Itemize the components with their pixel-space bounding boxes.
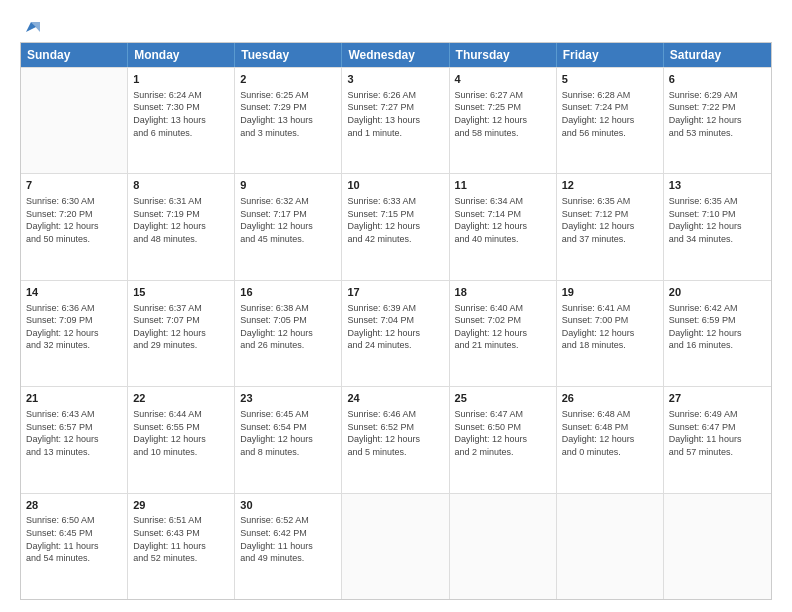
page: SundayMondayTuesdayWednesdayThursdayFrid… xyxy=(0,0,792,612)
cell-date-number: 19 xyxy=(562,285,658,300)
cell-info-text: Sunrise: 6:48 AM Sunset: 6:48 PM Dayligh… xyxy=(562,408,658,458)
cell-date-number: 10 xyxy=(347,178,443,193)
week-row-1: 1Sunrise: 6:24 AM Sunset: 7:30 PM Daylig… xyxy=(21,67,771,173)
cell-date-number: 3 xyxy=(347,72,443,87)
day-cell-10: 10Sunrise: 6:33 AM Sunset: 7:15 PM Dayli… xyxy=(342,174,449,279)
cell-info-text: Sunrise: 6:52 AM Sunset: 6:42 PM Dayligh… xyxy=(240,514,336,564)
cell-info-text: Sunrise: 6:33 AM Sunset: 7:15 PM Dayligh… xyxy=(347,195,443,245)
day-header-monday: Monday xyxy=(128,43,235,67)
day-header-thursday: Thursday xyxy=(450,43,557,67)
day-header-sunday: Sunday xyxy=(21,43,128,67)
cell-info-text: Sunrise: 6:34 AM Sunset: 7:14 PM Dayligh… xyxy=(455,195,551,245)
day-cell-24: 24Sunrise: 6:46 AM Sunset: 6:52 PM Dayli… xyxy=(342,387,449,492)
cell-info-text: Sunrise: 6:35 AM Sunset: 7:12 PM Dayligh… xyxy=(562,195,658,245)
logo xyxy=(20,18,40,32)
cell-date-number: 11 xyxy=(455,178,551,193)
cell-date-number: 23 xyxy=(240,391,336,406)
logo-icon xyxy=(22,18,40,36)
cell-info-text: Sunrise: 6:39 AM Sunset: 7:04 PM Dayligh… xyxy=(347,302,443,352)
day-cell-9: 9Sunrise: 6:32 AM Sunset: 7:17 PM Daylig… xyxy=(235,174,342,279)
day-cell-22: 22Sunrise: 6:44 AM Sunset: 6:55 PM Dayli… xyxy=(128,387,235,492)
week-row-5: 28Sunrise: 6:50 AM Sunset: 6:45 PM Dayli… xyxy=(21,493,771,599)
cell-date-number: 2 xyxy=(240,72,336,87)
calendar-body: 1Sunrise: 6:24 AM Sunset: 7:30 PM Daylig… xyxy=(21,67,771,599)
cell-info-text: Sunrise: 6:44 AM Sunset: 6:55 PM Dayligh… xyxy=(133,408,229,458)
cell-date-number: 22 xyxy=(133,391,229,406)
cell-info-text: Sunrise: 6:24 AM Sunset: 7:30 PM Dayligh… xyxy=(133,89,229,139)
day-header-saturday: Saturday xyxy=(664,43,771,67)
day-cell-11: 11Sunrise: 6:34 AM Sunset: 7:14 PM Dayli… xyxy=(450,174,557,279)
cell-info-text: Sunrise: 6:41 AM Sunset: 7:00 PM Dayligh… xyxy=(562,302,658,352)
day-cell-12: 12Sunrise: 6:35 AM Sunset: 7:12 PM Dayli… xyxy=(557,174,664,279)
day-cell-23: 23Sunrise: 6:45 AM Sunset: 6:54 PM Dayli… xyxy=(235,387,342,492)
day-cell-18: 18Sunrise: 6:40 AM Sunset: 7:02 PM Dayli… xyxy=(450,281,557,386)
day-cell-30: 30Sunrise: 6:52 AM Sunset: 6:42 PM Dayli… xyxy=(235,494,342,599)
day-cell-20: 20Sunrise: 6:42 AM Sunset: 6:59 PM Dayli… xyxy=(664,281,771,386)
cell-date-number: 13 xyxy=(669,178,766,193)
day-cell-25: 25Sunrise: 6:47 AM Sunset: 6:50 PM Dayli… xyxy=(450,387,557,492)
cell-date-number: 1 xyxy=(133,72,229,87)
cell-date-number: 30 xyxy=(240,498,336,513)
cell-info-text: Sunrise: 6:25 AM Sunset: 7:29 PM Dayligh… xyxy=(240,89,336,139)
cell-info-text: Sunrise: 6:50 AM Sunset: 6:45 PM Dayligh… xyxy=(26,514,122,564)
calendar: SundayMondayTuesdayWednesdayThursdayFrid… xyxy=(20,42,772,600)
cell-info-text: Sunrise: 6:43 AM Sunset: 6:57 PM Dayligh… xyxy=(26,408,122,458)
cell-info-text: Sunrise: 6:40 AM Sunset: 7:02 PM Dayligh… xyxy=(455,302,551,352)
cell-date-number: 7 xyxy=(26,178,122,193)
cell-info-text: Sunrise: 6:46 AM Sunset: 6:52 PM Dayligh… xyxy=(347,408,443,458)
cell-date-number: 6 xyxy=(669,72,766,87)
cell-date-number: 14 xyxy=(26,285,122,300)
cell-info-text: Sunrise: 6:26 AM Sunset: 7:27 PM Dayligh… xyxy=(347,89,443,139)
day-cell-14: 14Sunrise: 6:36 AM Sunset: 7:09 PM Dayli… xyxy=(21,281,128,386)
cell-date-number: 8 xyxy=(133,178,229,193)
empty-cell xyxy=(342,494,449,599)
empty-cell xyxy=(450,494,557,599)
cell-date-number: 21 xyxy=(26,391,122,406)
cell-info-text: Sunrise: 6:28 AM Sunset: 7:24 PM Dayligh… xyxy=(562,89,658,139)
week-row-3: 14Sunrise: 6:36 AM Sunset: 7:09 PM Dayli… xyxy=(21,280,771,386)
day-cell-2: 2Sunrise: 6:25 AM Sunset: 7:29 PM Daylig… xyxy=(235,68,342,173)
cell-date-number: 12 xyxy=(562,178,658,193)
cell-info-text: Sunrise: 6:38 AM Sunset: 7:05 PM Dayligh… xyxy=(240,302,336,352)
week-row-2: 7Sunrise: 6:30 AM Sunset: 7:20 PM Daylig… xyxy=(21,173,771,279)
week-row-4: 21Sunrise: 6:43 AM Sunset: 6:57 PM Dayli… xyxy=(21,386,771,492)
day-cell-26: 26Sunrise: 6:48 AM Sunset: 6:48 PM Dayli… xyxy=(557,387,664,492)
header xyxy=(20,18,772,32)
day-cell-29: 29Sunrise: 6:51 AM Sunset: 6:43 PM Dayli… xyxy=(128,494,235,599)
cell-info-text: Sunrise: 6:49 AM Sunset: 6:47 PM Dayligh… xyxy=(669,408,766,458)
cell-date-number: 4 xyxy=(455,72,551,87)
cell-info-text: Sunrise: 6:29 AM Sunset: 7:22 PM Dayligh… xyxy=(669,89,766,139)
day-cell-13: 13Sunrise: 6:35 AM Sunset: 7:10 PM Dayli… xyxy=(664,174,771,279)
cell-info-text: Sunrise: 6:51 AM Sunset: 6:43 PM Dayligh… xyxy=(133,514,229,564)
cell-date-number: 17 xyxy=(347,285,443,300)
cell-date-number: 9 xyxy=(240,178,336,193)
cell-info-text: Sunrise: 6:36 AM Sunset: 7:09 PM Dayligh… xyxy=(26,302,122,352)
day-cell-4: 4Sunrise: 6:27 AM Sunset: 7:25 PM Daylig… xyxy=(450,68,557,173)
cell-info-text: Sunrise: 6:32 AM Sunset: 7:17 PM Dayligh… xyxy=(240,195,336,245)
day-cell-15: 15Sunrise: 6:37 AM Sunset: 7:07 PM Dayli… xyxy=(128,281,235,386)
cell-date-number: 20 xyxy=(669,285,766,300)
empty-cell xyxy=(557,494,664,599)
cell-date-number: 24 xyxy=(347,391,443,406)
cell-info-text: Sunrise: 6:45 AM Sunset: 6:54 PM Dayligh… xyxy=(240,408,336,458)
cell-date-number: 25 xyxy=(455,391,551,406)
day-cell-21: 21Sunrise: 6:43 AM Sunset: 6:57 PM Dayli… xyxy=(21,387,128,492)
empty-cell xyxy=(21,68,128,173)
cell-date-number: 28 xyxy=(26,498,122,513)
day-cell-5: 5Sunrise: 6:28 AM Sunset: 7:24 PM Daylig… xyxy=(557,68,664,173)
day-cell-16: 16Sunrise: 6:38 AM Sunset: 7:05 PM Dayli… xyxy=(235,281,342,386)
day-header-tuesday: Tuesday xyxy=(235,43,342,67)
cell-info-text: Sunrise: 6:31 AM Sunset: 7:19 PM Dayligh… xyxy=(133,195,229,245)
day-cell-8: 8Sunrise: 6:31 AM Sunset: 7:19 PM Daylig… xyxy=(128,174,235,279)
cell-date-number: 16 xyxy=(240,285,336,300)
day-header-friday: Friday xyxy=(557,43,664,67)
day-cell-28: 28Sunrise: 6:50 AM Sunset: 6:45 PM Dayli… xyxy=(21,494,128,599)
day-header-wednesday: Wednesday xyxy=(342,43,449,67)
cell-date-number: 27 xyxy=(669,391,766,406)
cell-info-text: Sunrise: 6:42 AM Sunset: 6:59 PM Dayligh… xyxy=(669,302,766,352)
day-cell-27: 27Sunrise: 6:49 AM Sunset: 6:47 PM Dayli… xyxy=(664,387,771,492)
day-cell-19: 19Sunrise: 6:41 AM Sunset: 7:00 PM Dayli… xyxy=(557,281,664,386)
calendar-header: SundayMondayTuesdayWednesdayThursdayFrid… xyxy=(21,43,771,67)
cell-date-number: 18 xyxy=(455,285,551,300)
cell-date-number: 15 xyxy=(133,285,229,300)
